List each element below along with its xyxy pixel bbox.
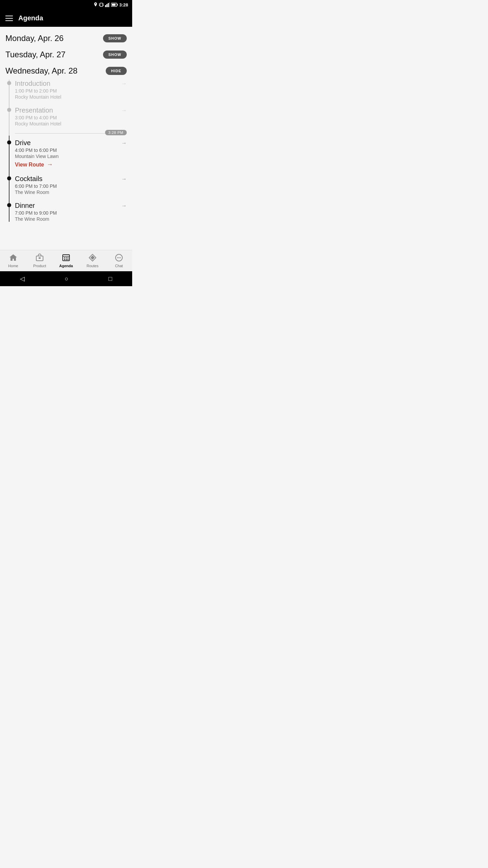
arrow-icon-drive: →: [121, 140, 127, 146]
signal-icon: [105, 2, 110, 7]
day-section-monday: Monday, Apr. 26 SHOW: [5, 34, 127, 43]
svg-rect-13: [39, 257, 41, 259]
event-drive[interactable]: Drive → 4:00 PM to 6:00 PM Mountain View…: [15, 139, 127, 168]
svg-point-27: [119, 257, 120, 258]
main-content: Monday, Apr. 26 SHOW Tuesday, Apr. 27 SH…: [0, 27, 132, 250]
status-icons: 3:28: [94, 2, 128, 7]
arrow-icon-dinner: →: [121, 203, 127, 209]
event-dot-presentation: [7, 108, 11, 112]
nav-label-agenda: Agenda: [59, 264, 73, 268]
wednesday-events: Introduction → 1:00 PM to 2:00 PM Rocky …: [5, 80, 127, 222]
status-time: 3:28: [119, 2, 128, 7]
nav-item-product[interactable]: Product: [29, 253, 50, 268]
event-dot-dinner: [7, 203, 11, 207]
event-title-presentation: Presentation →: [15, 106, 127, 114]
battery-icon: [111, 3, 118, 7]
page-title: Agenda: [18, 14, 43, 22]
chat-icon: [114, 253, 124, 262]
event-location-dinner: The Wine Room: [15, 216, 127, 222]
svg-rect-5: [105, 5, 106, 7]
svg-rect-20: [66, 259, 67, 260]
svg-rect-21: [67, 259, 68, 260]
nav-label-chat: Chat: [115, 264, 123, 268]
event-location-cocktails: The Wine Room: [15, 190, 127, 195]
day-title-tuesday: Tuesday, Apr. 27: [5, 50, 65, 59]
day-section-wednesday: Wednesday, Apr. 28 HIDE Introduction → 1…: [5, 66, 127, 222]
day-title-monday: Monday, Apr. 26: [5, 34, 64, 43]
recents-button[interactable]: □: [108, 275, 112, 282]
event-introduction[interactable]: Introduction → 1:00 PM to 2:00 PM Rocky …: [15, 80, 127, 100]
svg-marker-23: [90, 256, 95, 260]
svg-rect-7: [108, 3, 109, 7]
android-nav-bar: ◁ ○ □: [0, 271, 132, 286]
event-location-introduction: Rocky Mountain Hotel: [15, 94, 127, 100]
svg-rect-8: [109, 2, 110, 7]
show-btn-tuesday[interactable]: SHOW: [103, 51, 127, 59]
menu-button[interactable]: [5, 16, 13, 21]
arrow-icon-introduction: →: [121, 81, 127, 87]
event-time-introduction: 1:00 PM to 2:00 PM: [15, 88, 127, 94]
svg-point-28: [120, 257, 121, 258]
nav-item-home[interactable]: Home: [3, 253, 23, 268]
svg-rect-17: [66, 257, 67, 258]
nav-label-routes: Routes: [87, 264, 99, 268]
day-title-wednesday: Wednesday, Apr. 28: [5, 66, 78, 76]
arrow-icon-presentation: →: [121, 107, 127, 114]
svg-rect-16: [64, 257, 65, 258]
event-title-introduction: Introduction →: [15, 80, 127, 87]
day-header-wednesday: Wednesday, Apr. 28 HIDE: [5, 66, 127, 76]
event-dot-introduction: [7, 81, 11, 85]
event-time-presentation: 3:00 PM to 4:00 PM: [15, 115, 127, 120]
event-title-cocktails: Cocktails →: [15, 175, 127, 183]
event-time-drive: 4:00 PM to 6:00 PM: [15, 147, 127, 153]
current-time-divider: 3:28 PM: [9, 133, 132, 134]
location-icon: [94, 2, 98, 7]
event-title-dinner: Dinner →: [15, 202, 127, 210]
routes-icon: [88, 253, 97, 262]
event-location-drive: Mountain View Lawn: [15, 154, 127, 159]
day-header-monday: Monday, Apr. 26 SHOW: [5, 34, 127, 43]
view-route-button[interactable]: View Route →: [15, 161, 127, 168]
svg-rect-0: [100, 3, 103, 6]
day-section-tuesday: Tuesday, Apr. 27 SHOW: [5, 50, 127, 59]
bottom-navigation: Home Product Agenda: [0, 250, 132, 271]
event-dinner[interactable]: Dinner → 7:00 PM to 9:00 PM The Wine Roo…: [15, 202, 127, 222]
svg-rect-4: [103, 5, 104, 6]
nav-label-product: Product: [33, 264, 46, 268]
event-dot-drive: [7, 140, 11, 144]
event-presentation[interactable]: Presentation → 3:00 PM to 4:00 PM Rocky …: [15, 106, 127, 126]
event-cocktails[interactable]: Cocktails → 6:00 PM to 7:00 PM The Wine …: [15, 175, 127, 195]
event-location-presentation: Rocky Mountain Hotel: [15, 121, 127, 126]
view-route-label: View Route: [15, 162, 44, 168]
vibrate-icon: [99, 2, 104, 7]
event-time-cocktails: 6:00 PM to 7:00 PM: [15, 183, 127, 189]
agenda-icon: [61, 253, 71, 262]
event-dot-cocktails: [7, 176, 11, 180]
view-route-arrow-icon: →: [47, 161, 53, 168]
svg-rect-6: [106, 4, 107, 7]
app-header: Agenda: [0, 9, 132, 27]
back-button[interactable]: ◁: [20, 275, 25, 282]
arrow-icon-cocktails: →: [121, 176, 127, 182]
svg-rect-18: [67, 257, 68, 258]
status-bar: 3:28: [0, 0, 132, 9]
nav-item-routes[interactable]: Routes: [82, 253, 103, 268]
show-btn-monday[interactable]: SHOW: [103, 34, 127, 42]
svg-rect-2: [99, 5, 100, 6]
svg-rect-10: [117, 4, 118, 6]
home-icon: [8, 253, 18, 262]
svg-rect-1: [99, 4, 100, 4]
nav-label-home: Home: [8, 264, 18, 268]
day-header-tuesday: Tuesday, Apr. 27 SHOW: [5, 50, 127, 59]
nav-item-chat[interactable]: Chat: [109, 253, 129, 268]
svg-rect-3: [103, 4, 104, 4]
svg-rect-19: [64, 259, 65, 260]
event-title-drive: Drive →: [15, 139, 127, 147]
current-time-badge: 3:28 PM: [105, 130, 127, 135]
home-button[interactable]: ○: [65, 275, 68, 282]
event-time-dinner: 7:00 PM to 9:00 PM: [15, 210, 127, 216]
product-icon: [35, 253, 44, 262]
nav-item-agenda[interactable]: Agenda: [56, 253, 76, 268]
hide-btn-wednesday[interactable]: HIDE: [106, 67, 127, 75]
svg-rect-11: [112, 4, 116, 6]
